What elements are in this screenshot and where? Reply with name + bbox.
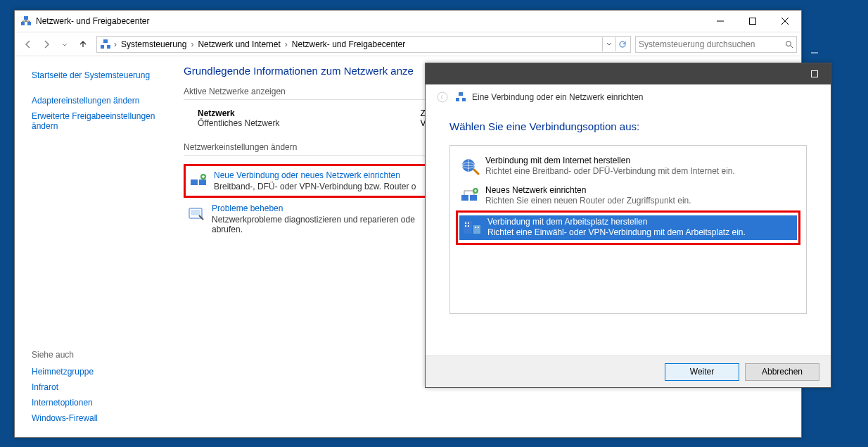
wizard-back-button[interactable] bbox=[434, 89, 451, 106]
network-type: Öffentliches Netzwerk bbox=[198, 118, 280, 128]
close-button[interactable] bbox=[769, 11, 801, 32]
connection-wizard-dialog: Eine Verbindung oder ein Netzwerk einric… bbox=[425, 63, 831, 388]
search-input[interactable]: Systemsteuerung durchsuchen bbox=[635, 36, 797, 53]
back-button[interactable] bbox=[19, 36, 37, 53]
window-title: Netzwerk- und Freigabecenter bbox=[36, 16, 149, 26]
task-desc: Breitband-, DFÜ- oder VPN-Verbindung bzw… bbox=[214, 182, 416, 191]
svg-rect-30 bbox=[478, 227, 479, 228]
forward-button[interactable] bbox=[37, 36, 56, 53]
globe-icon bbox=[459, 156, 481, 177]
svg-rect-13 bbox=[812, 71, 818, 77]
option-title: Neues Netzwerk einrichten bbox=[485, 185, 691, 195]
option-new-network[interactable]: Neues Netzwerk einrichten Richten Sie ei… bbox=[456, 181, 800, 210]
search-placeholder: Systemsteuerung durchsuchen bbox=[639, 39, 785, 49]
cancel-button[interactable]: Abbrechen bbox=[745, 363, 819, 381]
close-button[interactable] bbox=[798, 84, 831, 106]
option-desc: Richten Sie einen neuen Router oder Zugr… bbox=[485, 196, 691, 206]
chevron-right-icon: › bbox=[283, 39, 289, 49]
up-button[interactable] bbox=[74, 36, 92, 53]
svg-rect-1 bbox=[27, 22, 31, 25]
svg-rect-12 bbox=[191, 210, 200, 215]
wizard-body: Wählen Sie eine Verbindungsoption aus: V… bbox=[426, 111, 831, 314]
workplace-icon bbox=[461, 217, 483, 238]
maximize-button[interactable] bbox=[798, 63, 831, 84]
svg-rect-6 bbox=[103, 39, 108, 43]
svg-rect-25 bbox=[468, 222, 469, 224]
svg-rect-29 bbox=[475, 227, 476, 228]
option-desc: Richtet eine Breitband- oder DFÜ-Verbind… bbox=[485, 166, 735, 176]
wizard-subheader: Eine Verbindung oder ein Netzwerk einric… bbox=[426, 84, 831, 111]
task-desc: Netzwerkprobleme diagnostizieren und rep… bbox=[212, 215, 415, 234]
sidebar-item-sharing[interactable]: Erweiterte Freigabeeinstellungen ändern bbox=[32, 108, 162, 134]
navigation-bar: › Systemsteuerung › Netzwerk und Interne… bbox=[15, 32, 801, 56]
search-icon bbox=[785, 40, 793, 49]
chevron-right-icon: › bbox=[189, 39, 195, 49]
svg-rect-26 bbox=[465, 225, 466, 227]
svg-rect-9 bbox=[199, 180, 206, 185]
svg-rect-8 bbox=[191, 180, 198, 185]
option-desc: Richtet eine Einwähl- oder VPN-Verbindun… bbox=[487, 227, 746, 237]
breadcrumb-item[interactable]: Netzwerk und Internet bbox=[195, 37, 283, 52]
svg-rect-17 bbox=[459, 92, 463, 96]
window-controls bbox=[704, 11, 801, 32]
wizard-footer: Weiter Abbrechen bbox=[426, 355, 831, 387]
main-titlebar: Netzwerk- und Freigabecenter bbox=[15, 11, 801, 32]
sidebar: Startseite der Systemsteuerung Adapterei… bbox=[15, 56, 162, 437]
router-icon bbox=[459, 185, 481, 206]
troubleshoot-icon bbox=[186, 203, 208, 225]
option-workplace[interactable]: Verbindung mit dem Arbeitsplatz herstell… bbox=[456, 210, 800, 245]
option-internet[interactable]: Verbindung mit dem Internet herstellen R… bbox=[456, 151, 800, 181]
sidebar-item-home[interactable]: Startseite der Systemsteuerung bbox=[32, 68, 162, 83]
sidebar-item-firewall[interactable]: Windows-Firewall bbox=[32, 410, 162, 426]
breadcrumb-item[interactable]: Systemsteuerung bbox=[118, 37, 189, 52]
sidebar-item-adapter[interactable]: Adaptereinstellungen ändern bbox=[32, 93, 162, 108]
network-center-icon bbox=[98, 37, 113, 51]
sidebar-item-internetoptions[interactable]: Internetoptionen bbox=[32, 395, 162, 410]
refresh-button[interactable] bbox=[615, 37, 629, 51]
svg-rect-3 bbox=[750, 18, 756, 25]
options-list: Verbindung mit dem Internet herstellen R… bbox=[449, 145, 807, 314]
svg-rect-4 bbox=[101, 45, 104, 49]
task-title: Probleme beheben bbox=[212, 203, 415, 213]
sidebar-item-infrared[interactable]: Infrarot bbox=[32, 379, 162, 395]
svg-rect-2 bbox=[24, 16, 28, 20]
minimize-button[interactable] bbox=[798, 42, 831, 63]
svg-point-7 bbox=[786, 41, 791, 46]
recent-dropdown[interactable] bbox=[56, 36, 74, 53]
option-title: Verbindung mit dem Internet herstellen bbox=[485, 156, 735, 165]
svg-rect-28 bbox=[473, 225, 480, 234]
chevron-right-icon: › bbox=[113, 39, 118, 49]
next-button[interactable]: Weiter bbox=[665, 363, 739, 381]
network-setup-icon bbox=[455, 92, 466, 103]
new-connection-icon bbox=[189, 170, 210, 191]
svg-rect-15 bbox=[456, 98, 459, 101]
sidebar-item-homegroup[interactable]: Heimnetzgruppe bbox=[32, 364, 162, 379]
task-title: Neue Verbindung oder neues Netzwerk einr… bbox=[214, 170, 416, 180]
breadcrumb[interactable]: › Systemsteuerung › Netzwerk und Interne… bbox=[96, 36, 631, 53]
option-title: Verbindung mit dem Arbeitsplatz herstell… bbox=[487, 217, 746, 227]
svg-rect-16 bbox=[462, 98, 466, 101]
wizard-subtitle: Eine Verbindung oder ein Netzwerk einric… bbox=[472, 92, 643, 102]
minimize-button[interactable] bbox=[704, 11, 736, 32]
svg-rect-5 bbox=[107, 45, 110, 49]
wizard-titlebar bbox=[426, 63, 831, 84]
svg-rect-20 bbox=[461, 195, 468, 201]
svg-rect-0 bbox=[21, 22, 25, 25]
network-name: Netzwerk bbox=[198, 108, 280, 118]
maximize-button[interactable] bbox=[736, 11, 769, 32]
svg-rect-24 bbox=[465, 222, 466, 224]
svg-rect-21 bbox=[470, 195, 477, 201]
network-center-icon bbox=[20, 15, 32, 27]
breadcrumb-item[interactable]: Netzwerk- und Freigabecenter bbox=[289, 37, 408, 52]
wizard-heading: Wählen Sie eine Verbindungsoption aus: bbox=[449, 120, 807, 132]
address-dropdown-button[interactable] bbox=[602, 37, 615, 51]
sidebar-section-label: Siehe auch bbox=[32, 347, 162, 364]
svg-rect-27 bbox=[468, 225, 469, 227]
svg-point-14 bbox=[438, 92, 447, 102]
